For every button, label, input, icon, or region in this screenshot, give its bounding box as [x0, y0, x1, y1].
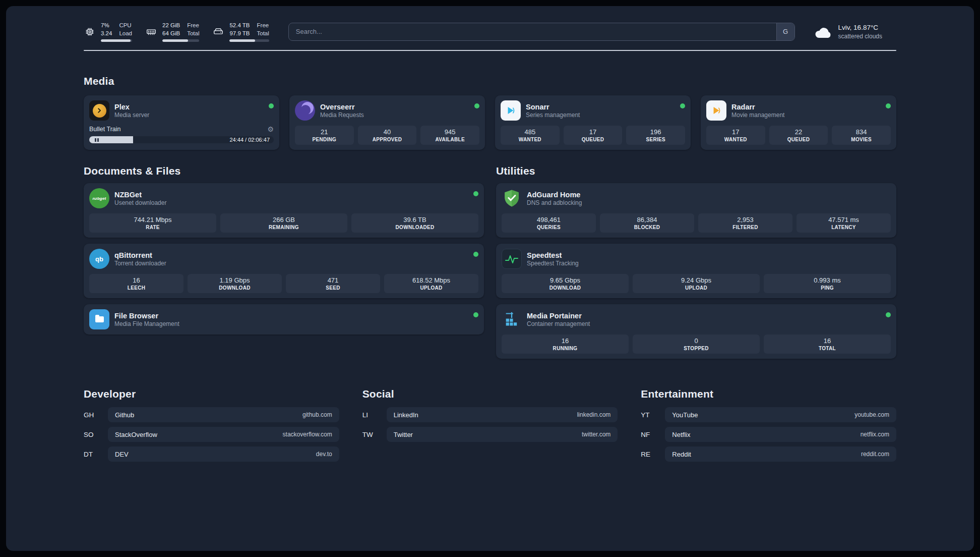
memory-icon — [145, 26, 157, 38]
disk-widget: 52.4 TB 97.9 TB Free Total — [212, 21, 269, 42]
service-name: Radarr — [731, 102, 784, 112]
qbittorrent-icon: qb — [89, 249, 109, 269]
service-subtitle: Media server — [114, 112, 149, 119]
service-card-overseerr[interactable]: Overseerr Media Requests 21 PENDING 40 A… — [289, 95, 485, 150]
service-subtitle: Media File Management — [114, 320, 179, 327]
bookmark-abbr: SO — [84, 431, 101, 438]
service-name: Overseerr — [320, 102, 364, 112]
bookmark-link-netflix[interactable]: Netflix netflix.com — [665, 427, 896, 442]
status-dot — [473, 252, 478, 257]
service-card-sonarr[interactable]: Sonarr Series management 485 WANTED 17 Q… — [495, 95, 691, 150]
status-dot — [269, 103, 274, 108]
bookmark-link-reddit[interactable]: Reddit reddit.com — [665, 447, 896, 462]
service-card-filebrowser[interactable]: File Browser Media File Management — [84, 304, 484, 335]
memory-widget: 22 GiB 64 GiB Free Total — [145, 21, 199, 42]
bookmark-link-dev[interactable]: DEV dev.to — [108, 447, 339, 462]
disk-icon — [212, 26, 224, 38]
bookmark-abbr: GH — [84, 411, 101, 419]
radarr-icon — [706, 100, 726, 121]
service-card-radarr[interactable]: Radarr Movie management 17 WANTED 22 QUE… — [701, 95, 896, 150]
stat-queued: 17 QUEUED — [564, 126, 623, 145]
bookmark-abbr: YT — [641, 411, 658, 419]
service-subtitle: Speedtest Tracking — [527, 260, 579, 267]
plex-icon — [89, 100, 109, 121]
disk-total-value: 97.9 TB — [229, 29, 250, 37]
bookmark-link-stackoverflow[interactable]: StackOverflow stackoverflow.com — [108, 427, 339, 442]
stat-blocked: 86,384 BLOCKED — [600, 213, 694, 233]
service-card-adguard[interactable]: AdGuard Home DNS and adblocking 498,461 … — [496, 183, 896, 238]
stat-remaining: 266 GB REMAINING — [220, 213, 347, 233]
topbar-divider — [84, 50, 896, 51]
service-name: Speedtest — [527, 251, 579, 260]
weather-widget: Lviv, 16.87°C scattered clouds — [814, 23, 882, 40]
playback-progress-bar[interactable]: 24:44 / 02:06:47 — [104, 136, 274, 143]
bookmark-row: SO StackOverflow stackoverflow.com — [84, 427, 339, 442]
service-subtitle: Torrent downloader — [114, 260, 166, 267]
service-subtitle: Media Requests — [320, 112, 364, 119]
status-dot — [474, 103, 479, 108]
stat-stopped: 0 STOPPED — [633, 335, 760, 354]
section-documents: Documents & Files nzbget NZBGet Usenet d… — [84, 165, 484, 359]
service-subtitle: Usenet downloader — [114, 199, 166, 206]
cpu-icon — [84, 26, 96, 38]
documents-section-title: Documents & Files — [84, 165, 484, 177]
now-playing-title: Bullet Train — [89, 126, 121, 133]
disk-free-value: 52.4 TB — [229, 21, 250, 29]
memory-progress-bar — [162, 39, 199, 42]
entertainment-section-title: Entertainment — [641, 388, 896, 400]
topbar: 7% 3.24 CPU Load — [84, 6, 896, 42]
settings-gear-icon[interactable]: ⚙ — [267, 126, 274, 133]
memory-free-value: 22 GiB — [162, 21, 180, 29]
disk-total-label: Total — [257, 29, 269, 37]
bookmark-abbr: DT — [84, 451, 101, 458]
bookmark-link-linkedin[interactable]: LinkedIn linkedin.com — [387, 407, 618, 422]
bookmark-abbr: TW — [362, 431, 380, 438]
adguard-icon — [502, 188, 522, 208]
stat-upload: 9.24 Gbps UPLOAD — [633, 274, 760, 293]
search-input[interactable] — [288, 23, 795, 41]
service-card-portainer[interactable]: Media Portainer Container management 16 … — [496, 304, 896, 359]
service-card-qbittorrent[interactable]: qb qBittorrent Torrent downloader 16 LEE… — [84, 244, 484, 298]
media-section-title: Media — [84, 75, 896, 87]
stat-available: 945 AVAILABLE — [420, 126, 479, 145]
service-card-speedtest[interactable]: Speedtest Speedtest Tracking 9.65 Gbps D… — [496, 244, 896, 298]
stat-filtered: 2,953 FILTERED — [698, 213, 792, 233]
bookmark-link-github[interactable]: Github github.com — [108, 407, 339, 422]
portainer-icon — [502, 309, 522, 329]
pause-button[interactable] — [89, 136, 104, 143]
service-subtitle: DNS and adblocking — [527, 199, 582, 206]
overseerr-icon — [295, 100, 315, 121]
bookmark-link-youtube[interactable]: YouTube youtube.com — [665, 407, 896, 422]
status-dot — [473, 312, 478, 317]
disk-free-label: Free — [257, 21, 269, 29]
social-section-title: Social — [362, 388, 618, 400]
stat-ping: 0.993 ms PING — [764, 274, 891, 293]
stat-downloaded: 39.6 TB DOWNLOADED — [351, 213, 478, 233]
bookmark-row: GH Github github.com — [84, 407, 339, 422]
service-card-plex[interactable]: Plex Media server Bullet Train ⚙ — [84, 95, 279, 150]
bookmark-abbr: NF — [641, 431, 658, 438]
developer-section-title: Developer — [84, 388, 339, 400]
memory-total-label: Total — [187, 29, 199, 37]
service-card-nzbget[interactable]: nzbget NZBGet Usenet downloader 744.21 M… — [84, 183, 484, 238]
nzbget-icon: nzbget — [89, 188, 109, 208]
stat-leech: 16 LEECH — [89, 274, 183, 293]
bookmarks-developer: Developer GH Github github.com SO StackO… — [84, 388, 339, 466]
bookmark-row: LI LinkedIn linkedin.com — [362, 407, 618, 422]
cloud-icon — [814, 25, 832, 38]
service-subtitle: Movie management — [731, 112, 784, 119]
bookmarks-entertainment: Entertainment YT YouTube youtube.com NF … — [641, 388, 896, 466]
service-name: Sonarr — [526, 102, 580, 112]
service-subtitle: Series management — [526, 112, 580, 119]
bookmark-link-twitter[interactable]: Twitter twitter.com — [387, 427, 618, 442]
search-provider-button[interactable]: G — [776, 23, 794, 40]
cpu-label: CPU — [119, 21, 132, 29]
section-utilities: Utilities AdGuard Home — [496, 165, 896, 359]
stat-wanted: 17 WANTED — [706, 126, 765, 145]
plex-now-playing: Bullet Train ⚙ 24:44 / 02:06:47 — [89, 126, 274, 143]
stat-movies: 834 MOVIES — [832, 126, 891, 145]
stat-rate: 744.21 Mbps RATE — [89, 213, 216, 233]
service-name: AdGuard Home — [527, 190, 582, 199]
playback-time: 24:44 / 02:06:47 — [229, 137, 270, 143]
status-dot — [886, 312, 891, 317]
